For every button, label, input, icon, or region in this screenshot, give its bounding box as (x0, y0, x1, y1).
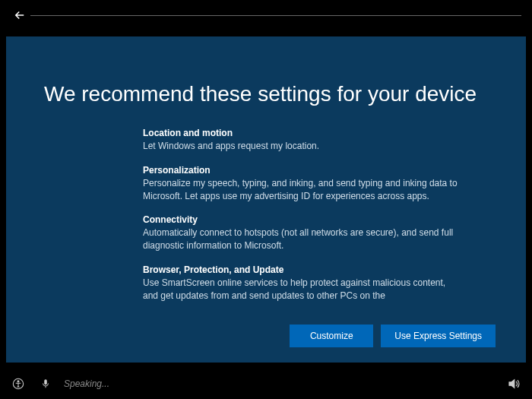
microphone-icon[interactable] (38, 376, 53, 391)
setting-description: Personalize my speech, typing, and inkin… (143, 177, 458, 203)
main-panel: We recommend these settings for your dev… (6, 36, 526, 363)
volume-icon[interactable] (506, 376, 521, 391)
svg-rect-2 (44, 379, 47, 385)
button-row: Customize Use Express Settings (44, 325, 496, 347)
setting-heading: Browser, Protection, and Update (143, 264, 458, 275)
setting-heading: Connectivity (143, 214, 458, 225)
page-title: We recommend these settings for your dev… (44, 82, 488, 106)
setting-heading: Personalization (143, 165, 458, 176)
express-settings-button[interactable]: Use Express Settings (381, 325, 496, 347)
setting-description: Automatically connect to hotspots (not a… (143, 226, 458, 252)
setting-heading: Location and motion (143, 128, 458, 138)
settings-body: Location and motion Let Windows and apps… (143, 128, 458, 317)
speaking-status: Speaking... (64, 378, 109, 389)
setting-group-personalization: Personalization Personalize my speech, t… (143, 165, 458, 203)
setting-group-connectivity: Connectivity Automatically connect to ho… (143, 214, 458, 252)
setting-description: Use SmartScreen online services to help … (143, 277, 458, 302)
top-bar (0, 0, 532, 30)
setting-group-location: Location and motion Let Windows and apps… (143, 128, 458, 153)
svg-point-1 (17, 381, 19, 382)
ease-of-access-icon[interactable] (11, 376, 26, 391)
back-button[interactable] (11, 6, 29, 24)
setting-description: Let Windows and apps request my location… (143, 140, 458, 153)
top-divider (30, 15, 521, 16)
customize-button[interactable]: Customize (290, 325, 373, 347)
setting-group-browser: Browser, Protection, and Update Use Smar… (143, 264, 458, 302)
bottom-bar: Speaking... (0, 369, 532, 399)
